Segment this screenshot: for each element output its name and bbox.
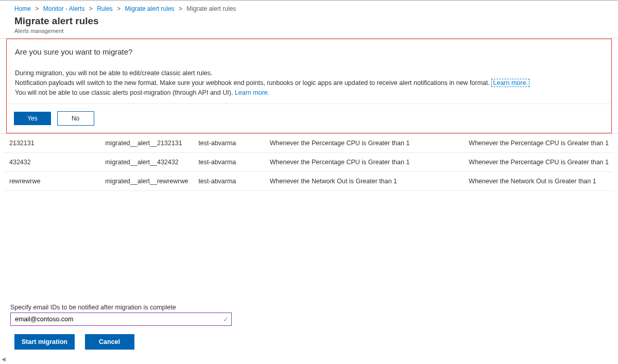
table-cell: Whenever the Percentage CPU is Greater t… [265,134,464,153]
dialog-body: During migration, you will not be able t… [15,68,603,97]
table-cell: test-abvarma [193,153,264,172]
yes-button[interactable]: Yes [14,112,51,125]
breadcrumb: Home > Monitor - Alerts > Rules > Migrat… [0,1,618,14]
dialog-line-2: Notification payloads will switch to the… [15,78,603,88]
breadcrumb-current: Migrate alert rules [186,5,236,12]
email-notify-section: Specify email IDs to be notified after m… [10,304,232,326]
table-cell: Whenever the Percentage CPU is Greater t… [464,153,614,172]
confirmation-dialog: Are you sure you want to migrate? During… [6,39,612,133]
dialog-line-1: During migration, you will not be able t… [15,68,603,78]
page-header: Migrate alert rules Alerts management [0,14,618,39]
breadcrumb-migrate-alert-rules[interactable]: Migrate alert rules [125,5,175,12]
table-cell: migrated__alert__rewrewrwe [100,172,193,191]
table-cell: 432432 [4,153,100,172]
table-cell: Whenever the Percentage CPU is Greater t… [265,153,464,172]
table-cell: migrated__alert__2132131 [100,134,193,153]
email-field-label: Specify email IDs to be notified after m… [10,304,232,311]
rules-table: 2132131migrated__alert__2132131test-abva… [0,133,618,191]
page-title: Migrate alert rules [14,15,604,27]
table-cell: Whenever the Percentage CPU is Greater t… [464,134,614,153]
learn-more-link[interactable]: Learn more. [235,89,269,96]
table-row[interactable]: rewrewrwemigrated__alert__rewrewrwetest-… [4,172,614,191]
table-row[interactable]: 432432migrated__alert__432432test-abvarm… [4,153,614,172]
breadcrumb-monitor-alerts[interactable]: Monitor - Alerts [43,5,85,12]
page-subtitle: Alerts management [14,28,604,34]
breadcrumb-rules[interactable]: Rules [97,5,113,12]
checkmark-icon: ✓ [223,316,229,323]
chevron-right-icon: > [179,5,182,12]
chevron-right-icon: > [89,5,93,12]
table-cell: rewrewrwe [4,172,100,191]
table-cell: Whenever the Network Out is Greater than… [464,172,614,191]
cancel-button[interactable]: Cancel [85,334,134,350]
start-migration-button[interactable]: Start migration [14,334,75,350]
breadcrumb-home[interactable]: Home [14,5,31,12]
table-cell: Whenever the Network Out is Greater than… [265,172,464,191]
table-cell: migrated__alert__432432 [100,153,193,172]
dialog-actions: Yes No [7,103,611,133]
dialog-line-3: You will not be able to use classic aler… [15,88,603,98]
chevron-right-icon: > [35,5,39,12]
chevron-right-icon: > [117,5,121,12]
table-row[interactable]: 2132131migrated__alert__2132131test-abva… [4,134,614,153]
learn-more-link[interactable]: Learn more. [491,79,529,87]
email-input[interactable] [10,313,232,326]
footer-actions: Start migration Cancel [14,334,134,350]
scroll-left-icon[interactable]: ◀ [2,356,6,362]
dialog-title: Are you sure you want to migrate? [15,47,603,56]
table-cell: 2132131 [4,134,100,153]
no-button[interactable]: No [57,111,94,126]
table-cell: test-abvarma [193,134,264,153]
table-cell: test-abvarma [193,172,264,191]
